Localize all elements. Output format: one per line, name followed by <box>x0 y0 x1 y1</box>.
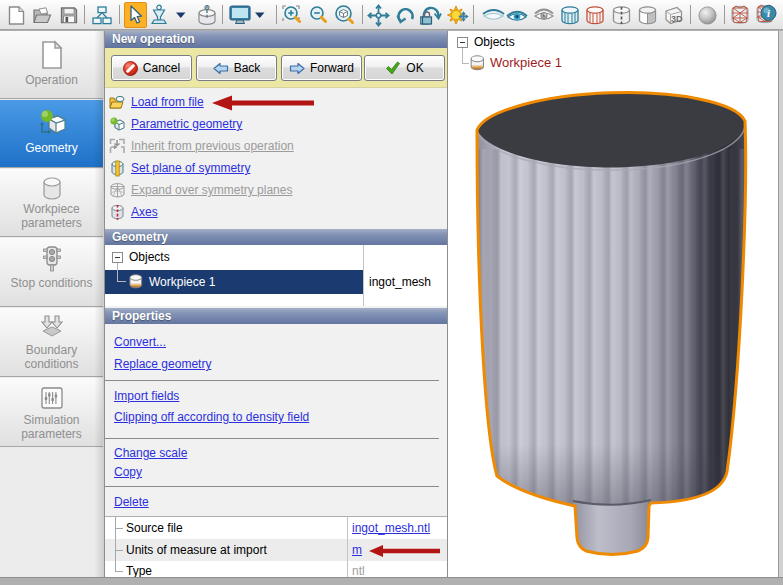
svg-text:3D: 3D <box>671 14 683 24</box>
